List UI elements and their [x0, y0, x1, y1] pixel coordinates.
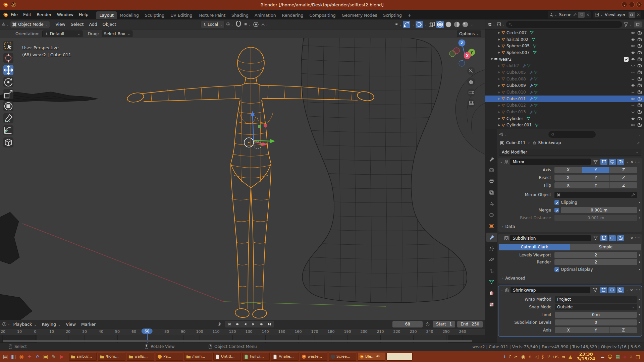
outliner-row[interactable]: ▶Cube.010	[485, 89, 644, 96]
add-cube-tool[interactable]	[3, 137, 13, 147]
measure-tool[interactable]	[3, 125, 13, 135]
outliner-item-name[interactable]: hair3d.002	[506, 37, 528, 42]
timeline-menu-marker[interactable]: Marker	[78, 320, 98, 328]
collapse-icon[interactable]: ⌄	[500, 289, 503, 292]
catmull-clark-button[interactable]: Catmull-Clark	[499, 244, 570, 250]
mirror-flip-x[interactable]: X	[554, 182, 582, 188]
snap-target-icon[interactable]: ⌄	[244, 21, 251, 28]
expand-icon[interactable]: ▶	[497, 84, 501, 87]
outliner-row[interactable]: ▶Sphere.007	[485, 49, 644, 56]
pin-icon[interactable]	[637, 141, 641, 145]
tab-animation[interactable]: Animation	[252, 11, 279, 19]
new-viewlayer-button[interactable]	[629, 12, 635, 18]
auto-keyframe-toggle[interactable]	[217, 322, 222, 326]
shrinkwrap-axis-x[interactable]: X	[555, 327, 582, 333]
limit-field[interactable]: 0 m	[555, 312, 637, 318]
extras-icon[interactable]: ⌄	[626, 160, 629, 164]
modifier-name-field[interactable]: Mirror	[510, 159, 591, 165]
properties-tab-world[interactable]	[486, 210, 497, 220]
tab-+[interactable]: +	[405, 11, 414, 19]
expand-icon[interactable]: ▶	[497, 64, 501, 67]
tab-scripting[interactable]: Scripting	[380, 11, 405, 19]
mirror-object-field[interactable]	[554, 192, 637, 198]
realtime-toggle[interactable]	[609, 159, 616, 165]
unlink-scene-button[interactable]: ✕	[586, 12, 589, 17]
menu-file[interactable]: File	[8, 11, 20, 18]
outliner-item-name[interactable]: Cube.008	[506, 77, 526, 81]
new-scene-button[interactable]	[578, 12, 585, 18]
use-preview-range-icon[interactable]	[425, 322, 430, 326]
expand-icon[interactable]: ▶	[497, 51, 501, 54]
outliner-display-mode-icon[interactable]: ⌄	[497, 22, 505, 27]
menu-edit[interactable]: Edit	[20, 11, 34, 18]
properties-tab-object[interactable]	[486, 221, 497, 231]
render-toggle[interactable]	[617, 235, 624, 241]
shading-rendered-icon[interactable]	[462, 21, 469, 28]
timeline-ruler[interactable]: -20-100102030405060809010011012013014015…	[0, 328, 485, 335]
properties-editor-icon[interactable]: ⌄	[499, 132, 507, 137]
levels-viewport-field[interactable]: 2	[554, 252, 637, 258]
up-arrow-icon[interactable]: ▲	[569, 354, 572, 359]
clipping-checkbox[interactable]	[554, 200, 559, 205]
expand-icon[interactable]: ▼	[489, 58, 494, 61]
tab-sculpting[interactable]: Sculpting	[142, 11, 167, 19]
transform-orientation-dropdown[interactable]: Local⌄	[201, 21, 225, 28]
launcher-keyboard[interactable]: ▤	[1, 353, 9, 361]
outliner-item-name[interactable]: Cube.011	[506, 97, 526, 101]
keyboard-layout[interactable]: us	[553, 354, 558, 359]
outliner-row[interactable]: ▶Cube.005	[485, 69, 644, 76]
headphones-icon[interactable]: ∩	[528, 354, 532, 359]
tab-texture-paint[interactable]: Texture Paint	[195, 11, 228, 19]
mirror-axis-x[interactable]: X	[554, 167, 582, 173]
dictionary-icon[interactable]: a	[630, 354, 633, 359]
viewlayer-selector[interactable]: ⌄ ViewLayer ✕	[593, 11, 641, 18]
shrinkwrap-axis-y[interactable]: Y	[582, 327, 610, 333]
expand-icon[interactable]: ▶	[497, 71, 501, 74]
play-button[interactable]	[250, 321, 257, 327]
mirror-bisect-z[interactable]: Z	[610, 175, 637, 181]
taskbar-window-untitl[interactable]: Untitl...	[213, 353, 241, 361]
tab-shading[interactable]: Shading	[228, 11, 252, 19]
render-toggle[interactable]	[617, 287, 624, 293]
modifier-name-field[interactable]: Subdivision	[510, 235, 591, 241]
taskbar-window-smb[interactable]: smb://...	[69, 353, 97, 361]
launcher-web[interactable]: e	[34, 353, 42, 361]
outliner-row[interactable]: ▶hair3d.002	[485, 36, 644, 43]
merge-checkbox[interactable]	[554, 208, 559, 213]
shade-button[interactable]: ⌄	[622, 2, 627, 7]
window-icon[interactable]: □	[636, 354, 640, 359]
bisect-distance-field[interactable]: 0.001 m	[554, 215, 637, 221]
taskbar-window-scree[interactable]: Scree...	[329, 353, 356, 361]
realtime-toggle[interactable]	[608, 287, 615, 293]
mute-icon[interactable]: ◁	[535, 354, 539, 359]
emoji-icon[interactable]: ☺	[608, 354, 613, 359]
subdivision-levels-field[interactable]: 0	[555, 319, 637, 325]
collection-checkbox[interactable]	[624, 57, 629, 62]
calculator-icon[interactable]: ▦	[615, 354, 620, 359]
clock[interactable]: 23:38 3/15/24	[577, 352, 595, 361]
launcher-editor[interactable]: ✦	[25, 353, 34, 361]
properties-tab-tool[interactable]	[486, 154, 497, 164]
taskbar-light-window[interactable]	[386, 353, 413, 361]
on-cage-toggle[interactable]	[592, 235, 599, 241]
expand-icon[interactable]: ▶	[497, 77, 501, 80]
timeline-menu-playback[interactable]: Playback ⌄	[11, 320, 39, 328]
expand-icon[interactable]: ▶	[497, 124, 501, 127]
info-icon[interactable]: ℹ	[503, 354, 505, 359]
breadcrumb-object[interactable]: Cube.011	[506, 140, 526, 145]
tab-uv-editing[interactable]: UV Editing	[167, 11, 195, 19]
taskbar-window-hom[interactable]: /hom...	[98, 353, 125, 361]
launcher-browser[interactable]: ◉	[17, 353, 25, 361]
outliner-row[interactable]: ▶Cube.008	[485, 76, 644, 82]
annotate-tool[interactable]	[3, 113, 13, 123]
simple-button[interactable]: Simple	[570, 244, 642, 250]
properties-tab-texture[interactable]	[486, 300, 497, 309]
properties-tab-constraints[interactable]	[486, 266, 497, 276]
outliner-item-name[interactable]: Cube.012	[506, 103, 526, 108]
timeline-scrollbar[interactable]	[3, 340, 472, 342]
gizmo-toggle-icon[interactable]	[403, 21, 410, 28]
expand-icon[interactable]: ▶	[497, 45, 501, 48]
current-frame-badge[interactable]: 68	[142, 328, 153, 334]
extras-icon[interactable]: ⌄	[626, 237, 629, 240]
breadcrumb-modifier[interactable]: Shrinkwrap	[538, 140, 561, 145]
